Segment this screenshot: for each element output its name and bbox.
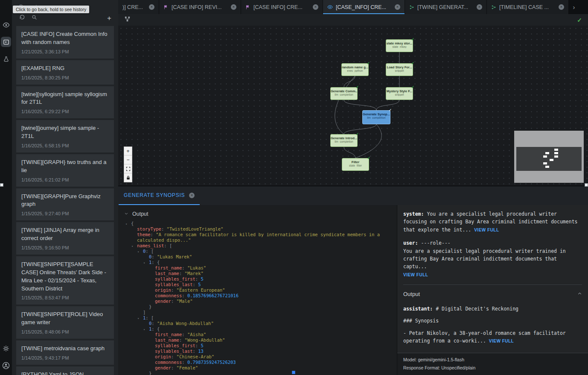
- view-full-link[interactable]: VIEW FULL: [474, 228, 499, 232]
- tab-overflow-chevron-icon[interactable]: ›: [569, 0, 579, 14]
- list-item[interactable]: [twine][syllogism] sample syllogism for …: [16, 86, 114, 119]
- close-icon[interactable]: ×: [395, 4, 400, 10]
- account-icon[interactable]: [1, 360, 11, 371]
- list-item[interactable]: [TWINE] [JINJA] Array merge in correct o…: [16, 222, 114, 255]
- zoom-out-button[interactable]: −: [124, 155, 132, 164]
- json-line: ▾1: {: [123, 326, 397, 332]
- prompt-timestamp: 1/16/2025, 8:30:25 PM: [21, 75, 109, 80]
- graph-node[interactable]: ✓Mystery Style F...snippet: [386, 87, 413, 100]
- tab-generate-synopsis[interactable]: GENERATE SYNOPSIS ×: [119, 186, 200, 205]
- node-subtitle: state_mkey: [386, 45, 413, 48]
- close-icon[interactable]: ×: [231, 4, 236, 10]
- list-item[interactable]: [twine][journey] simple sample - 2T1L1/1…: [16, 120, 114, 152]
- view-full-link[interactable]: VIEW FULL: [489, 339, 514, 343]
- tab-label: [TWINE] GENERAT...: [417, 4, 474, 10]
- system-message: system: You are a specialist legal proce…: [403, 210, 582, 234]
- close-icon[interactable]: ×: [149, 4, 154, 10]
- list-item[interactable]: [TWINE][GRAPH} two truths and a lie1/16/…: [16, 154, 114, 187]
- tab-timeline-case[interactable]: [TIMELINE] CASE ...×: [487, 0, 569, 14]
- close-icon[interactable]: ×: [559, 4, 564, 10]
- list-item[interactable]: [TWINE][SNIPPET][SAMPLE CASE] Online Thr…: [16, 256, 114, 305]
- tab-label: )] CRE...: [122, 4, 146, 10]
- json-line: ▾1: {: [123, 260, 397, 265]
- close-icon[interactable]: ×: [189, 193, 195, 198]
- prompt-timestamp: 1/15/2025, 8:53:47 PM: [21, 295, 109, 300]
- tab-case-info-revi[interactable]: [CASE INFO] REVI...×: [159, 0, 241, 14]
- prompt-title: [EXAMPLE] RNG: [21, 64, 109, 73]
- success-check-icon: ✓: [577, 17, 582, 23]
- settings-gear-icon[interactable]: [1, 343, 11, 354]
- graph-node[interactable]: ✓Filterstate_filter: [342, 158, 369, 171]
- prompt-timestamp: 1/15/2025, 8:48:06 PM: [21, 329, 109, 334]
- app-window: Prompts + [CASE INFO] Create Common Info…: [0, 0, 588, 375]
- prompt-timestamp: 1/21/2025, 3:36:13 PM: [21, 49, 109, 54]
- node-subtitle: llm_completion: [331, 140, 357, 143]
- graph-canvas[interactable]: ✓state mkey stor...state_mkey✓random nam…: [118, 26, 588, 186]
- tab-cre[interactable]: )] CRE...×: [118, 0, 159, 14]
- assistant-text: - Petar Nikolov, a 38-year-old romance s…: [403, 330, 566, 344]
- chevron-up-icon[interactable]: [577, 290, 582, 299]
- graph-node[interactable]: ✓Generate Synop...llm_completion: [362, 110, 390, 124]
- graph-node[interactable]: ✓Load Story For...snippet: [386, 63, 413, 76]
- search-icon[interactable]: [32, 14, 37, 22]
- chevron-down-icon[interactable]: [124, 211, 128, 217]
- output-header: Output: [124, 211, 397, 217]
- prompts-panel-icon[interactable]: [1, 37, 11, 47]
- messages-scroll[interactable]: system: You are a specialist legal proce…: [397, 205, 588, 353]
- list-item[interactable]: [PYTHON] Yaml to JSON: [16, 366, 114, 375]
- check-icon: ✓: [411, 37, 414, 41]
- tab-case-info-cre[interactable]: [CASE_INFO] CRE...×: [323, 0, 405, 14]
- graph-node[interactable]: ✓Generate Introd...llm_completion: [330, 134, 358, 147]
- close-icon[interactable]: ×: [477, 4, 482, 10]
- tab-label: [CASE INFO] CRE...: [253, 4, 310, 10]
- json-line: ▾0: [: [123, 249, 397, 254]
- prompt-timestamp: 1/15/2025, 9:16:50 PM: [21, 245, 109, 250]
- check-icon: ✓: [367, 61, 370, 65]
- layout-icon[interactable]: [124, 16, 131, 24]
- list-item[interactable]: [TWINE][GRAPH]Pure Graphviz graph1/15/20…: [16, 188, 114, 221]
- prompt-timestamp: 1/16/2025, 6:58:15 PM: [21, 143, 109, 148]
- node-title: Mystery Style F...: [386, 89, 413, 93]
- resize-handle-right[interactable]: [585, 183, 588, 187]
- lock-button[interactable]: [124, 173, 132, 182]
- output-header-label: Output: [132, 211, 148, 217]
- refresh-icon[interactable]: [19, 14, 25, 22]
- assistant-message: assistant: # Digital Deceit's Reckoning …: [403, 305, 582, 345]
- minimap-node-dot: [543, 162, 547, 164]
- resize-handle-bottom[interactable]: [292, 371, 295, 374]
- check-icon: ✓: [355, 132, 359, 136]
- minimap[interactable]: [514, 131, 584, 183]
- json-viewer[interactable]: ▾{storyType: "TwistedLoveTriangle"theme:…: [123, 221, 397, 375]
- check-icon: ✓: [411, 85, 414, 89]
- json-line: }: [123, 371, 397, 375]
- list-item[interactable]: [TWINE][SNIPPET][ROLE] Video game writer…: [16, 306, 114, 339]
- json-line: ▾{: [123, 221, 397, 226]
- output-json-panel: Output ▾{storyType: "TwistedLoveTriangle…: [118, 205, 397, 375]
- list-item[interactable]: [TWINE] metroidvania case graph1/14/2025…: [16, 340, 114, 365]
- tab-bar: )] CRE...×[CASE INFO] REVI...×[CASE INFO…: [118, 0, 588, 14]
- close-icon[interactable]: ×: [313, 4, 318, 10]
- prompt-title: [TWINE] [JINJA] Array merge in correct o…: [21, 226, 109, 243]
- resize-handle-left[interactable]: [0, 183, 3, 187]
- json-line: ▾1: [: [123, 315, 397, 321]
- node-subtitle: snippet: [386, 69, 413, 72]
- graph-node[interactable]: ✓random name g...exec_python: [341, 63, 369, 76]
- view-full-link[interactable]: VIEW FULL: [403, 272, 428, 277]
- divider: [403, 284, 582, 285]
- flask-icon[interactable]: [1, 54, 11, 64]
- tab-label: [CASE INFO] REVI...: [172, 4, 228, 10]
- json-line: }: [123, 304, 397, 310]
- tab-twine-generat[interactable]: [TWINE] GENERAT...×: [405, 0, 487, 14]
- minimap-node-dot: [545, 152, 549, 154]
- prompt-timestamp: 1/16/2025, 6:29:22 PM: [21, 109, 109, 114]
- graph-node[interactable]: ✓state mkey stor...state_mkey: [386, 39, 413, 52]
- zoom-in-button[interactable]: +: [124, 146, 132, 155]
- json-line: 0: "Lukas Marek": [123, 254, 397, 260]
- add-prompt-button[interactable]: +: [107, 15, 111, 22]
- list-item[interactable]: [CASE INFO] Create Common Info with rand…: [16, 26, 114, 59]
- list-item[interactable]: [EXAMPLE] RNG1/16/2025, 8:30:25 PM: [16, 60, 114, 85]
- fit-view-button[interactable]: [124, 164, 132, 173]
- graph-node[interactable]: ✓Generate Comm...llm_completion: [330, 87, 358, 100]
- tab-case-info-cre[interactable]: [CASE INFO] CRE...×: [241, 0, 323, 14]
- eye-icon[interactable]: [1, 20, 11, 30]
